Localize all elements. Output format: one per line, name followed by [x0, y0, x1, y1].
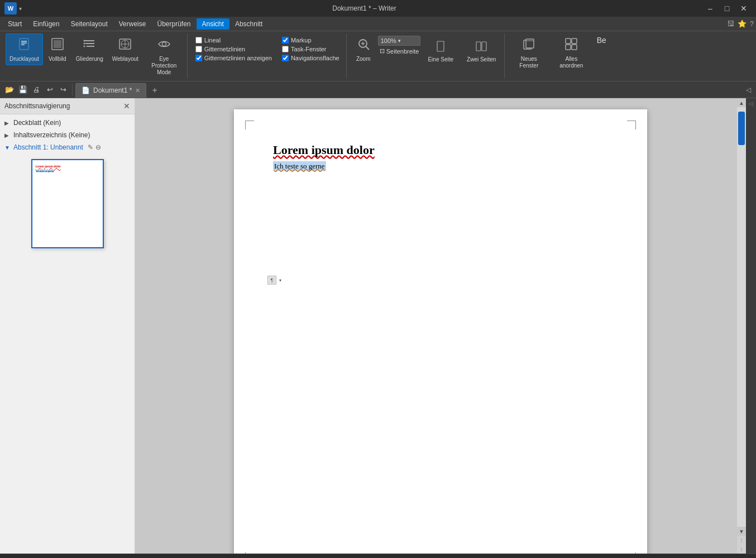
drucklayout-button[interactable]: Drucklayout [6, 33, 43, 65]
toolbar2-save[interactable]: 💾 [17, 84, 29, 96]
doc-body-text[interactable]: Ich teste so gerne [273, 161, 326, 171]
task-fenster-checkbox[interactable] [282, 46, 289, 52]
drucklayout-label: Drucklayout [9, 56, 39, 62]
doc-scroll[interactable]: Lorem ipsum dolor Ich teste so gerne ¶ ▾ [135, 98, 746, 554]
gitternetzlinien-checkbox[interactable] [195, 46, 202, 52]
corner-bl [245, 552, 254, 554]
lineal-checkbox[interactable] [195, 37, 202, 44]
navigationsflaeche-checkbox[interactable] [282, 55, 289, 61]
neues-fenster-button[interactable]: Neues Fenster [508, 33, 549, 72]
markup-checkbox[interactable] [282, 37, 289, 44]
svg-rect-22 [476, 42, 481, 51]
status-icon-2[interactable]: ▯ [637, 556, 647, 559]
zoom-button[interactable]: Zoom [350, 33, 377, 65]
app-dropdown[interactable]: ▾ [19, 6, 22, 12]
menu-bar: Start Einfügen Seitenlayout Verweise Übe… [0, 17, 756, 31]
section-nav-header: Abschnittsnavigierung ✕ [0, 98, 135, 114]
alles-anordnen-button[interactable]: Alles anordnen [551, 33, 592, 72]
vollbild-icon [50, 36, 65, 54]
seitenbreite-icon: ⊡ [380, 47, 385, 55]
tab-label: Dokument1 * [93, 86, 132, 94]
paragraph-style-btn[interactable]: ¶ [267, 276, 276, 285]
task-fenster-checkbox-row[interactable]: Task-Fenster [282, 46, 339, 52]
menu-ueberprueefen[interactable]: Überprüfen [151, 18, 196, 30]
toolbar2-open[interactable]: 📂 [3, 84, 16, 96]
scroll-track[interactable] [737, 107, 746, 527]
scroll-up-btn[interactable]: ▲ [737, 98, 746, 107]
vollbild-button[interactable]: Vollbild [44, 33, 71, 65]
toolbar-icon-1[interactable]: 🖫 [727, 20, 734, 28]
weblayout-button[interactable]: Weblayout [108, 33, 142, 65]
menu-einfuegen[interactable]: Einfügen [27, 18, 65, 30]
gitternetzlinien-checkbox-row[interactable]: Gitternetzlinien [195, 46, 272, 52]
nav-item-deckblatt[interactable]: ▶ Deckblatt (Kein) [0, 117, 135, 129]
toolbar2-undo[interactable]: ↩ [44, 84, 56, 96]
scroll-expand-btn2[interactable]: ⋮ [737, 545, 746, 554]
nav-item-abschnitt1[interactable]: ▼ Abschnitt 1: Unbenannt ✎ ⊖ [0, 141, 135, 153]
seitenbreite-button[interactable]: ⊡ Seitenbreite [378, 47, 421, 55]
svg-rect-30 [572, 45, 577, 50]
gitternetzlinien-anzeigen-label: Gitternetzlinien anzeigen [204, 55, 272, 61]
eye-protection-button[interactable]: Eye Protection Mode [143, 33, 185, 79]
gitternetzlinien-anzeigen-checkbox[interactable] [195, 55, 202, 61]
panel-toggle-button[interactable]: ◁ [744, 84, 753, 96]
menu-verweise[interactable]: Verweise [113, 18, 152, 30]
section-nav-close[interactable]: ✕ [123, 102, 130, 110]
document-page: Lorem ipsum dolor Ich teste so gerne ¶ ▾ [234, 109, 647, 554]
minimize-button[interactable]: – [702, 3, 718, 14]
nav-item-inhaltsverzeichnis[interactable]: ▶ Inhaltsverzeichnis (Keine) [0, 129, 135, 141]
scroll-down-btn[interactable]: ▼ [737, 527, 746, 536]
menu-ansicht[interactable]: Ansicht [197, 18, 229, 30]
gliederung-icon [82, 36, 97, 54]
status-icon-4[interactable]: ▱ [661, 556, 671, 559]
view-checkboxes: Lineal Gitternetzlinien Gitternetzlinien… [191, 33, 276, 65]
nav-label-abschnitt1: Abschnitt 1: Unbenannt [13, 143, 83, 151]
gitternetzlinien-anzeigen-checkbox-row[interactable]: Gitternetzlinien anzeigen [195, 55, 272, 61]
toolbar2-redo[interactable]: ↪ [57, 84, 69, 96]
paragraph-dropdown[interactable]: ▾ [277, 277, 283, 283]
svg-rect-27 [566, 39, 571, 44]
doc-heading[interactable]: Lorem ipsum dolor [273, 143, 608, 157]
status-icon-3[interactable]: ▰ [649, 556, 659, 559]
zwei-seiten-button[interactable]: Zwei Seiten [463, 36, 500, 67]
status-icon-1[interactable]: ▭ [624, 556, 634, 559]
menu-start[interactable]: Start [2, 18, 27, 30]
drucklayout-icon [16, 36, 32, 54]
toolbar2-print[interactable]: 🖨 [30, 84, 42, 96]
scroll-thumb[interactable] [738, 112, 745, 145]
delete-icon[interactable]: ⊖ [95, 143, 101, 151]
scroll-expand-btn[interactable]: ⋮ [737, 536, 746, 545]
toolbar-icon-3[interactable]: ? [750, 20, 754, 28]
menu-abschnitt[interactable]: Abschnitt [229, 18, 268, 30]
document-tab[interactable]: 📄 Dokument1 * ✕ [75, 83, 146, 98]
weblayout-label: Weblayout [112, 56, 138, 62]
tab-add-button[interactable]: + [147, 84, 161, 97]
lineal-label: Lineal [204, 37, 221, 44]
eine-seite-icon [434, 40, 447, 55]
maximize-button[interactable]: □ [719, 3, 735, 14]
tab-close-button[interactable]: ✕ [135, 87, 140, 94]
markup-label: Markup [291, 37, 312, 44]
gliederung-label: Gliederung [76, 56, 103, 62]
title-bar: W ▾ Dokument1 * – Writer – □ ✕ [0, 0, 756, 17]
gitternetzlinien-label: Gitternetzlinien [204, 46, 245, 52]
lineal-checkbox-row[interactable]: Lineal [195, 37, 272, 44]
close-button[interactable]: ✕ [736, 3, 752, 14]
toolbar-icon-2[interactable]: ⭐ [738, 20, 747, 28]
more-options-button[interactable]: Be [593, 33, 610, 47]
zwei-seiten-label: Zwei Seiten [467, 56, 496, 63]
navigationsflaeche-checkbox-row[interactable]: Navigationsflache [282, 55, 339, 61]
gliederung-button[interactable]: Gliederung [72, 33, 107, 65]
section-nav-panel: Abschnittsnavigierung ✕ ▶ Deckblatt (Kei… [0, 98, 135, 554]
markup-checkbox-row[interactable]: Markup [282, 37, 339, 44]
app-icon: W ▾ [4, 2, 22, 15]
eine-seite-button[interactable]: Eine Seite [424, 36, 457, 67]
edit-icon[interactable]: ✎ [88, 143, 93, 151]
menu-seitenlayout[interactable]: Seitenlayout [65, 18, 113, 30]
page-thumbnail[interactable]: Lorem ipsum dolor Ich teste so gerne [31, 159, 104, 248]
zoom-value-display[interactable]: 100% ▾ [378, 36, 421, 46]
zoom-dropdown-icon: ▾ [398, 38, 401, 44]
navigationsflaeche-label: Navigationsflache [291, 55, 339, 61]
right-panel-icon1[interactable]: ◁ [749, 100, 753, 107]
view-checkboxes-2: Markup Task-Fenster Navigationsflache [277, 33, 344, 65]
